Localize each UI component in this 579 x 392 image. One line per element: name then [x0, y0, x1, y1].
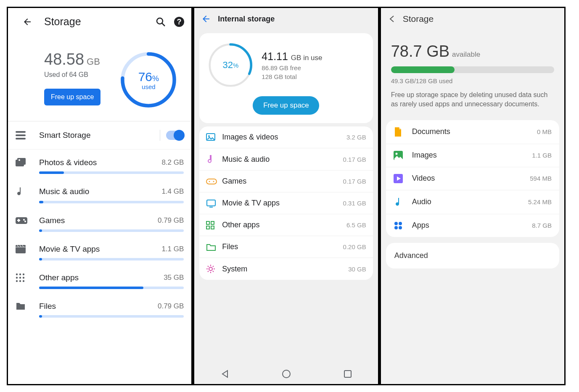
category-size: 0.31 GB [343, 200, 366, 207]
help-icon[interactable]: ? [174, 16, 185, 27]
svg-point-23 [23, 277, 24, 279]
category-bar [39, 201, 184, 203]
svg-point-18 [16, 274, 18, 275]
category-bar [39, 287, 184, 289]
svg-point-32 [209, 181, 210, 182]
category-row[interactable]: Games0.79 GB [8, 208, 191, 236]
folder-icon [206, 243, 222, 251]
smart-storage-label: Smart Storage [39, 131, 160, 140]
smart-storage-toggle[interactable] [166, 131, 184, 140]
category-label: Movie & TV apps [39, 245, 161, 254]
nav-recent-icon[interactable] [344, 370, 352, 378]
category-size: 1.1 GB [532, 152, 552, 159]
svg-rect-37 [211, 221, 214, 224]
ring-label: used [142, 83, 156, 90]
nav-home-icon[interactable] [282, 369, 291, 379]
movie-icon [16, 245, 39, 253]
category-size: 8.7 GB [532, 222, 552, 229]
svg-point-30 [208, 135, 210, 137]
tv-icon [206, 199, 222, 208]
category-label: Files [39, 302, 158, 311]
search-icon[interactable] [155, 16, 166, 27]
apps-icon [394, 221, 412, 230]
pane-google-storage: Storage ? 48.58GB Used of 64 GB Free up … [8, 8, 191, 384]
usage-bar [391, 66, 554, 73]
category-label: Photos & videos [39, 158, 161, 167]
available-value: 78.7 GB [391, 42, 449, 60]
category-row[interactable]: Music & audio1.4 GB [8, 178, 191, 208]
svg-point-22 [19, 277, 21, 279]
other-icon [206, 221, 222, 229]
category-row[interactable]: Files0.20 GB [199, 236, 373, 258]
smart-storage-row[interactable]: Smart Storage [8, 121, 191, 150]
svg-point-25 [19, 280, 21, 282]
category-row[interactable]: System30 GB [199, 258, 373, 280]
used-unit: GB [87, 56, 100, 67]
svg-line-44 [213, 271, 214, 272]
svg-line-42 [213, 266, 214, 267]
svg-point-11 [19, 159, 20, 161]
category-row[interactable]: Apps8.7 GB [386, 214, 559, 237]
category-row[interactable]: Music & audio0.17 GB [199, 148, 373, 171]
category-size: 35 GB [164, 274, 184, 282]
category-size: 8.2 GB [161, 158, 184, 167]
category-row[interactable]: Files0.79 GB [8, 293, 191, 322]
category-size: 594 MB [530, 175, 552, 182]
free-up-space-button[interactable]: Free up space [253, 96, 319, 115]
category-label: Apps [412, 221, 532, 230]
svg-point-19 [19, 274, 21, 275]
category-size: 0.17 GB [343, 156, 366, 163]
svg-point-57 [399, 226, 402, 229]
used-of-total: Used of 64 GB [44, 71, 119, 79]
svg-line-46 [208, 271, 209, 272]
music-icon [16, 187, 39, 197]
used-value: 48.58 [44, 50, 84, 68]
music-icon [206, 155, 222, 164]
svg-rect-34 [207, 200, 215, 206]
svg-point-52 [395, 153, 397, 155]
category-size: 0.79 GB [158, 302, 184, 310]
category-row[interactable]: Movie & TV apps1.1 GB [8, 236, 191, 265]
category-row[interactable]: Videos594 MB [386, 167, 559, 190]
apps-icon [16, 273, 39, 282]
category-list: Documents0 MBImages1.1 GBVideos594 MBAud… [386, 120, 559, 237]
nav-back-icon[interactable] [220, 369, 230, 379]
back-icon[interactable] [388, 15, 396, 23]
svg-point-24 [16, 280, 18, 282]
total-line: 128 GB total [262, 73, 322, 80]
category-row[interactable]: Other apps6.5 GB [199, 214, 373, 236]
advanced-button[interactable]: Advanced [386, 243, 559, 268]
category-row[interactable]: Documents0 MB [386, 120, 559, 144]
category-label: Games [222, 177, 343, 186]
used-suffix: GB in use [291, 54, 323, 62]
back-icon[interactable] [22, 17, 32, 27]
nav-bar [194, 364, 378, 384]
files-icon [16, 302, 39, 310]
img-icon [394, 151, 412, 160]
category-size: 3.2 GB [346, 134, 366, 141]
category-label: Audio [412, 197, 528, 206]
category-row[interactable]: Audio5.24 MB [386, 190, 559, 214]
svg-point-0 [157, 18, 163, 24]
category-size: 6.5 GB [346, 221, 366, 229]
category-bar [39, 171, 184, 174]
svg-point-15 [23, 219, 25, 221]
category-label: System [222, 265, 348, 274]
category-label: Music & audio [222, 155, 343, 164]
free-up-space-button[interactable]: Free up space [44, 89, 100, 105]
category-row[interactable]: Other apps35 GB [8, 265, 191, 293]
category-row[interactable]: Movie & TV apps0.31 GB [199, 192, 373, 214]
back-icon[interactable] [201, 14, 211, 24]
category-label: Music & audio [39, 187, 161, 196]
category-row[interactable]: Photos & videos8.2 GB [8, 150, 191, 178]
category-row[interactable]: Images & videos3.2 GB [199, 126, 373, 148]
category-row[interactable]: Images1.1 GB [386, 144, 559, 167]
category-label: Images & videos [222, 133, 346, 142]
doc-icon [394, 127, 412, 137]
games-icon [16, 217, 39, 224]
aud-icon [394, 197, 412, 207]
available-label: available [452, 50, 480, 58]
usage-card: 32% 41.11 GB in use 86.89 GB free 128 GB… [199, 33, 373, 123]
page-title: Storage [403, 14, 434, 24]
category-row[interactable]: Games0.17 GB [199, 171, 373, 192]
